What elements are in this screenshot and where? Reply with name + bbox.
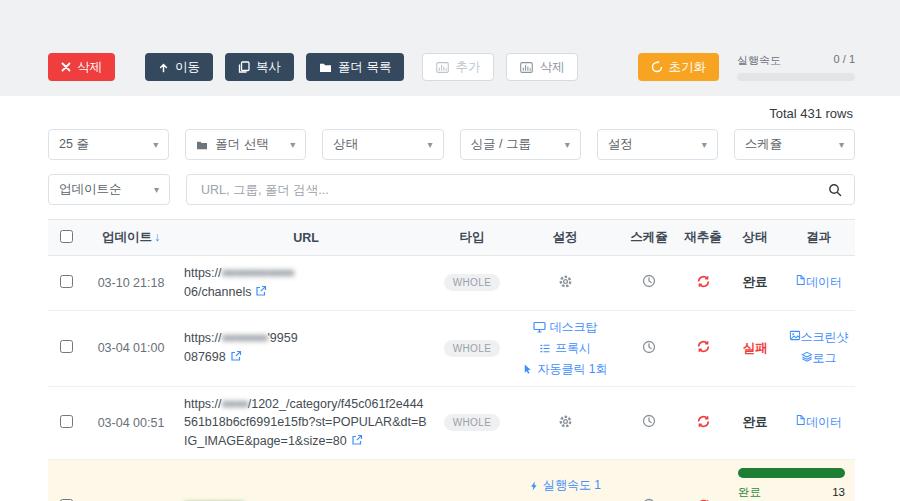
type-badge: WHOLE (444, 274, 501, 291)
folder-icon (196, 140, 208, 150)
chart-delete-button[interactable]: 삭제 (506, 53, 578, 81)
proxy-list-icon (539, 343, 551, 354)
delete-button[interactable]: 삭제 (48, 53, 115, 81)
header-status-label: 상태 (743, 230, 768, 244)
external-link-icon[interactable] (351, 434, 363, 446)
refresh-icon[interactable] (696, 414, 711, 429)
row-url: https://■■■■■■■'9959 087698 (178, 310, 434, 386)
external-link-icon[interactable] (255, 285, 267, 297)
gear-icon[interactable] (558, 274, 573, 289)
table-row: 03-04 00:51 https://■■■■/1202_/category/… (48, 386, 855, 459)
desktop-icon (533, 321, 546, 333)
type-badge: WHOLE (444, 414, 501, 431)
search-icon[interactable] (828, 183, 842, 197)
setting-item-label: 데스크탑 (550, 319, 598, 336)
url-text: 087698 (184, 350, 226, 364)
header-url: URL (178, 220, 434, 256)
url-text: https:// (184, 397, 222, 411)
cursor-icon (522, 363, 533, 375)
refresh-icon[interactable] (696, 274, 711, 289)
chart-delete-button-label: 삭제 (539, 59, 564, 76)
refresh-icon[interactable] (696, 339, 711, 354)
screenshot-link[interactable]: 스크린샷 (789, 329, 849, 346)
reset-button-label: 초기화 (669, 59, 707, 76)
document-icon (795, 274, 806, 286)
move-button[interactable]: 이동 (145, 53, 213, 81)
header-update[interactable]: 업데이트↓ (84, 220, 178, 256)
row-url: https://■■■■■■■■■■■ 06/channels (178, 256, 434, 311)
filter-bar: 25 줄 ▾ 폴더 선택 ▾ 상태 ▾ 싱글 / 그룹 ▾ 설정 ▾ 스케쥴 ▾ (48, 129, 855, 160)
search-input[interactable] (199, 182, 828, 198)
status-badge: 완료 (743, 415, 768, 429)
settings-select[interactable]: 설정 ▾ (597, 129, 718, 160)
row-date: 03-04 00:51 (84, 386, 178, 459)
delete-button-label: 삭제 (77, 59, 102, 76)
chevron-down-icon: ▾ (427, 139, 432, 150)
log-link[interactable]: 로그 (801, 350, 837, 367)
table-header-row: 업데이트↓ URL 타입 설정 스케쥴 재추출 상태 결과 (48, 220, 855, 256)
row-checkbox[interactable] (60, 275, 73, 288)
type-badge: WHOLE (444, 340, 501, 357)
external-link-icon[interactable] (230, 350, 242, 362)
move-button-label: 이동 (175, 59, 200, 76)
reset-button[interactable]: 초기화 (638, 53, 720, 81)
toolbar: 삭제 이동 복사 폴더 목록 추가 삭제 초기화 실행속도 (48, 53, 855, 81)
folder-select-value: 폴더 선택 (215, 136, 268, 153)
url-redacted: ■■■■ (222, 397, 248, 411)
settings-select-value: 설정 (608, 136, 633, 153)
page-size-value: 25 줄 (59, 136, 89, 153)
setting-item: 실행속도 1 (529, 477, 601, 494)
header-status: 상태 (728, 220, 782, 256)
header-type: 타입 (434, 220, 510, 256)
status-select[interactable]: 상태 ▾ (322, 129, 443, 160)
header-type-label: 타입 (460, 230, 485, 244)
chevron-down-icon: ▾ (290, 139, 295, 150)
bar-chart-icon (520, 62, 533, 73)
setting-item-label: 자동클릭 1회 (537, 361, 607, 378)
search-bar: 업데이트순 ▾ (48, 174, 855, 205)
main-content: Total 431 rows 25 줄 ▾ 폴더 선택 ▾ 상태 ▾ 싱글 / … (0, 96, 900, 501)
settings-list: 실행속도 1 데스크탑 </>액션스크립트 (516, 477, 614, 501)
setting-item-label: 실행속도 1 (543, 477, 601, 494)
header-url-label: URL (293, 231, 319, 245)
execution-speed-meter: 실행속도 0 / 1 (737, 53, 855, 81)
copy-button-label: 복사 (256, 59, 281, 76)
settings-list: 데스크탑 프록시 자동클릭 1회 (516, 319, 614, 378)
row-date: 03-04 00:50 (84, 459, 178, 501)
x-icon (61, 62, 71, 72)
single-group-value: 싱글 / 그룹 (471, 136, 531, 153)
stat-label: 완료 (738, 484, 761, 500)
schedule-select[interactable]: 스케쥴 ▾ (734, 129, 855, 160)
chart-add-button[interactable]: 추가 (422, 53, 494, 81)
clock-icon (642, 274, 656, 288)
sort-select[interactable]: 업데이트순 ▾ (48, 174, 170, 205)
header-settings: 설정 (510, 220, 620, 256)
copy-button[interactable]: 복사 (225, 53, 294, 81)
select-all-checkbox[interactable] (60, 230, 73, 243)
data-link[interactable]: 데이터 (795, 414, 842, 431)
top-bar: 삭제 이동 복사 폴더 목록 추가 삭제 초기화 실행속도 (0, 0, 900, 96)
search-box (186, 174, 855, 205)
status-select-value: 상태 (333, 136, 358, 153)
folder-list-button[interactable]: 폴더 목록 (306, 53, 404, 81)
sort-select-value: 업데이트순 (59, 181, 122, 198)
screenshot-link-label: 스크린샷 (801, 330, 849, 344)
schedule-select-value: 스케쥴 (745, 136, 783, 153)
row-checkbox[interactable] (60, 340, 73, 353)
chart-add-button-label: 추가 (455, 59, 480, 76)
folder-select[interactable]: 폴더 선택 ▾ (185, 129, 306, 160)
header-schedule: 스케쥴 (620, 220, 678, 256)
table-row: 03-04 00:50 ■■■■■■■■■.com - 3 PARTS 실행속도… (48, 459, 855, 501)
results-table: 업데이트↓ URL 타입 설정 스케쥴 재추출 상태 결과 03-10 21:1… (48, 219, 855, 501)
gear-icon[interactable] (558, 414, 573, 429)
execution-speed-track (737, 73, 855, 81)
execution-speed-value: 0 / 1 (834, 53, 855, 68)
reset-icon (651, 61, 663, 73)
document-icon (795, 414, 806, 426)
data-link[interactable]: 데이터 (795, 274, 842, 291)
row-checkbox[interactable] (60, 415, 73, 428)
page-size-select[interactable]: 25 줄 ▾ (48, 129, 169, 160)
bolt-icon (529, 480, 539, 492)
row-date: 03-04 01:00 (84, 310, 178, 386)
single-group-select[interactable]: 싱글 / 그룹 ▾ (460, 129, 581, 160)
